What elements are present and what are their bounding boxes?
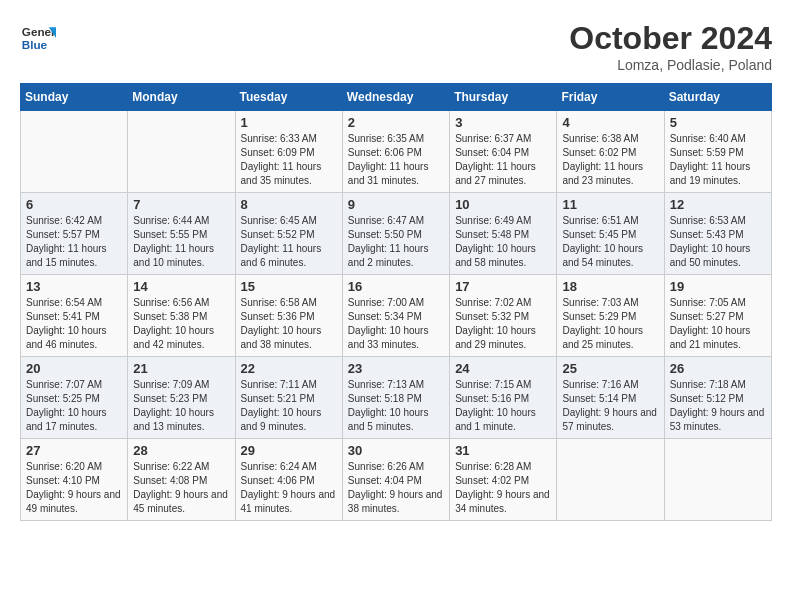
day-info: Sunrise: 7:05 AM Sunset: 5:27 PM Dayligh…: [670, 296, 766, 352]
daylight: Daylight: 10 hours and 5 minutes.: [348, 406, 444, 434]
daylight: Daylight: 10 hours and 29 minutes.: [455, 324, 551, 352]
calendar-cell: 22 Sunrise: 7:11 AM Sunset: 5:21 PM Dayl…: [235, 357, 342, 439]
sunrise: Sunrise: 7:05 AM: [670, 296, 766, 310]
sunrise: Sunrise: 7:13 AM: [348, 378, 444, 392]
sunset: Sunset: 5:55 PM: [133, 228, 229, 242]
day-info: Sunrise: 7:09 AM Sunset: 5:23 PM Dayligh…: [133, 378, 229, 434]
daylight: Daylight: 9 hours and 53 minutes.: [670, 406, 766, 434]
sunset: Sunset: 4:10 PM: [26, 474, 122, 488]
calendar-cell: 11 Sunrise: 6:51 AM Sunset: 5:45 PM Dayl…: [557, 193, 664, 275]
day-number: 26: [670, 361, 766, 376]
sunset: Sunset: 5:52 PM: [241, 228, 337, 242]
sunrise: Sunrise: 6:28 AM: [455, 460, 551, 474]
sunrise: Sunrise: 6:26 AM: [348, 460, 444, 474]
sunset: Sunset: 5:45 PM: [562, 228, 658, 242]
sunset: Sunset: 5:25 PM: [26, 392, 122, 406]
weekday-header: Monday: [128, 84, 235, 111]
sunset: Sunset: 5:16 PM: [455, 392, 551, 406]
daylight: Daylight: 10 hours and 58 minutes.: [455, 242, 551, 270]
daylight: Daylight: 10 hours and 50 minutes.: [670, 242, 766, 270]
daylight: Daylight: 11 hours and 35 minutes.: [241, 160, 337, 188]
calendar-cell: 14 Sunrise: 6:56 AM Sunset: 5:38 PM Dayl…: [128, 275, 235, 357]
day-info: Sunrise: 6:56 AM Sunset: 5:38 PM Dayligh…: [133, 296, 229, 352]
calendar-week-row: 27 Sunrise: 6:20 AM Sunset: 4:10 PM Dayl…: [21, 439, 772, 521]
sunset: Sunset: 5:50 PM: [348, 228, 444, 242]
calendar-cell: 1 Sunrise: 6:33 AM Sunset: 6:09 PM Dayli…: [235, 111, 342, 193]
daylight: Daylight: 9 hours and 41 minutes.: [241, 488, 337, 516]
daylight: Daylight: 10 hours and 13 minutes.: [133, 406, 229, 434]
sunrise: Sunrise: 6:24 AM: [241, 460, 337, 474]
day-info: Sunrise: 7:11 AM Sunset: 5:21 PM Dayligh…: [241, 378, 337, 434]
daylight: Daylight: 11 hours and 19 minutes.: [670, 160, 766, 188]
day-info: Sunrise: 6:44 AM Sunset: 5:55 PM Dayligh…: [133, 214, 229, 270]
day-number: 1: [241, 115, 337, 130]
sunset: Sunset: 5:48 PM: [455, 228, 551, 242]
calendar-cell: [128, 111, 235, 193]
sunset: Sunset: 5:23 PM: [133, 392, 229, 406]
calendar-cell: [664, 439, 771, 521]
svg-text:Blue: Blue: [22, 38, 48, 51]
sunrise: Sunrise: 7:09 AM: [133, 378, 229, 392]
day-number: 15: [241, 279, 337, 294]
daylight: Daylight: 10 hours and 42 minutes.: [133, 324, 229, 352]
day-number: 12: [670, 197, 766, 212]
calendar-cell: 27 Sunrise: 6:20 AM Sunset: 4:10 PM Dayl…: [21, 439, 128, 521]
sunrise: Sunrise: 6:20 AM: [26, 460, 122, 474]
sunrise: Sunrise: 6:22 AM: [133, 460, 229, 474]
sunset: Sunset: 5:57 PM: [26, 228, 122, 242]
page-header: General Blue October 2024 Lomza, Podlasi…: [20, 20, 772, 73]
calendar-cell: 31 Sunrise: 6:28 AM Sunset: 4:02 PM Dayl…: [450, 439, 557, 521]
sunset: Sunset: 5:43 PM: [670, 228, 766, 242]
day-info: Sunrise: 6:28 AM Sunset: 4:02 PM Dayligh…: [455, 460, 551, 516]
sunrise: Sunrise: 6:44 AM: [133, 214, 229, 228]
day-number: 4: [562, 115, 658, 130]
day-number: 30: [348, 443, 444, 458]
calendar-week-row: 20 Sunrise: 7:07 AM Sunset: 5:25 PM Dayl…: [21, 357, 772, 439]
calendar-week-row: 13 Sunrise: 6:54 AM Sunset: 5:41 PM Dayl…: [21, 275, 772, 357]
calendar-cell: 30 Sunrise: 6:26 AM Sunset: 4:04 PM Dayl…: [342, 439, 449, 521]
calendar-cell: 9 Sunrise: 6:47 AM Sunset: 5:50 PM Dayli…: [342, 193, 449, 275]
calendar-cell: 12 Sunrise: 6:53 AM Sunset: 5:43 PM Dayl…: [664, 193, 771, 275]
day-number: 9: [348, 197, 444, 212]
day-number: 31: [455, 443, 551, 458]
sunset: Sunset: 5:14 PM: [562, 392, 658, 406]
day-info: Sunrise: 7:03 AM Sunset: 5:29 PM Dayligh…: [562, 296, 658, 352]
daylight: Daylight: 10 hours and 54 minutes.: [562, 242, 658, 270]
calendar-cell: 8 Sunrise: 6:45 AM Sunset: 5:52 PM Dayli…: [235, 193, 342, 275]
sunrise: Sunrise: 6:47 AM: [348, 214, 444, 228]
sunrise: Sunrise: 6:53 AM: [670, 214, 766, 228]
day-number: 19: [670, 279, 766, 294]
day-number: 13: [26, 279, 122, 294]
calendar-cell: 21 Sunrise: 7:09 AM Sunset: 5:23 PM Dayl…: [128, 357, 235, 439]
day-number: 6: [26, 197, 122, 212]
day-info: Sunrise: 6:54 AM Sunset: 5:41 PM Dayligh…: [26, 296, 122, 352]
location: Lomza, Podlasie, Poland: [569, 57, 772, 73]
day-info: Sunrise: 6:40 AM Sunset: 5:59 PM Dayligh…: [670, 132, 766, 188]
weekday-header: Thursday: [450, 84, 557, 111]
calendar-cell: 4 Sunrise: 6:38 AM Sunset: 6:02 PM Dayli…: [557, 111, 664, 193]
day-number: 21: [133, 361, 229, 376]
day-info: Sunrise: 6:37 AM Sunset: 6:04 PM Dayligh…: [455, 132, 551, 188]
day-number: 23: [348, 361, 444, 376]
sunrise: Sunrise: 6:42 AM: [26, 214, 122, 228]
daylight: Daylight: 9 hours and 57 minutes.: [562, 406, 658, 434]
sunset: Sunset: 4:04 PM: [348, 474, 444, 488]
sunrise: Sunrise: 6:45 AM: [241, 214, 337, 228]
sunset: Sunset: 4:08 PM: [133, 474, 229, 488]
day-info: Sunrise: 7:18 AM Sunset: 5:12 PM Dayligh…: [670, 378, 766, 434]
sunset: Sunset: 4:06 PM: [241, 474, 337, 488]
day-info: Sunrise: 6:20 AM Sunset: 4:10 PM Dayligh…: [26, 460, 122, 516]
weekday-header: Saturday: [664, 84, 771, 111]
day-number: 11: [562, 197, 658, 212]
day-number: 2: [348, 115, 444, 130]
sunset: Sunset: 6:06 PM: [348, 146, 444, 160]
day-number: 20: [26, 361, 122, 376]
day-number: 29: [241, 443, 337, 458]
day-info: Sunrise: 7:15 AM Sunset: 5:16 PM Dayligh…: [455, 378, 551, 434]
sunset: Sunset: 4:02 PM: [455, 474, 551, 488]
daylight: Daylight: 11 hours and 31 minutes.: [348, 160, 444, 188]
day-info: Sunrise: 6:35 AM Sunset: 6:06 PM Dayligh…: [348, 132, 444, 188]
calendar-cell: 26 Sunrise: 7:18 AM Sunset: 5:12 PM Dayl…: [664, 357, 771, 439]
calendar-cell: 20 Sunrise: 7:07 AM Sunset: 5:25 PM Dayl…: [21, 357, 128, 439]
sunrise: Sunrise: 6:35 AM: [348, 132, 444, 146]
